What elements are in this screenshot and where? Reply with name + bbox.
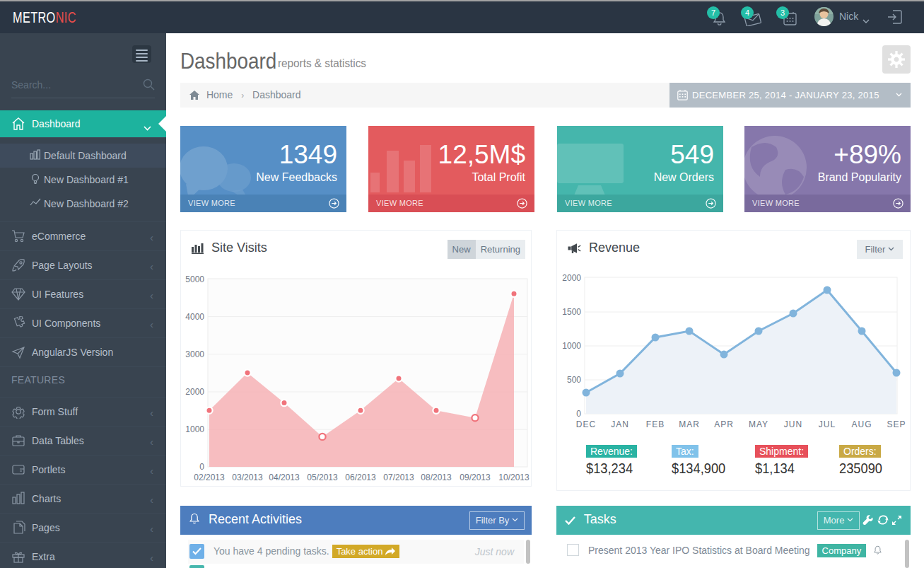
svg-text:0: 0 (199, 462, 204, 472)
svg-text:AUG: AUG (851, 419, 872, 429)
svg-text:4000: 4000 (185, 312, 204, 322)
svg-text:JUN: JUN (784, 419, 802, 429)
svg-text:0: 0 (576, 409, 581, 419)
svg-text:FEB: FEB (646, 419, 665, 429)
svg-text:APR: APR (714, 419, 734, 429)
svg-text:04/2013: 04/2013 (269, 473, 300, 482)
svg-text:3000: 3000 (185, 349, 204, 359)
svg-text:SEP: SEP (887, 419, 906, 429)
svg-text:MAR: MAR (679, 419, 700, 429)
svg-text:JUL: JUL (819, 419, 836, 429)
svg-text:1000: 1000 (185, 424, 204, 434)
svg-text:08/2013: 08/2013 (421, 473, 452, 482)
svg-text:1500: 1500 (562, 307, 581, 317)
svg-text:JAN: JAN (611, 419, 629, 429)
svg-text:5000: 5000 (185, 274, 204, 284)
svg-text:MAY: MAY (749, 419, 768, 429)
svg-text:05/2013: 05/2013 (307, 473, 338, 482)
svg-text:500: 500 (567, 375, 581, 385)
svg-text:2000: 2000 (562, 273, 581, 283)
svg-text:07/2013: 07/2013 (383, 473, 414, 482)
svg-text:2000: 2000 (185, 387, 204, 397)
svg-text:02/2013: 02/2013 (194, 473, 225, 482)
svg-text:06/2013: 06/2013 (345, 473, 376, 482)
svg-text:09/2013: 09/2013 (460, 473, 491, 482)
svg-text:10/2013: 10/2013 (498, 473, 530, 482)
svg-text:DEC: DEC (576, 419, 596, 429)
svg-text:1000: 1000 (562, 341, 581, 351)
svg-text:03/2013: 03/2013 (232, 473, 263, 482)
